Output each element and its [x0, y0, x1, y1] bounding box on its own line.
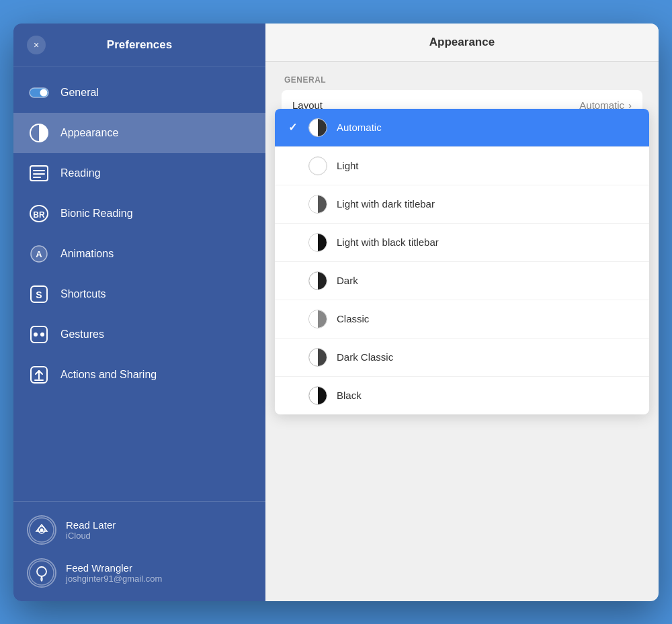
- appearance-icon: [27, 121, 51, 145]
- sidebar-item-label-animations: Animations: [60, 248, 114, 260]
- sidebar-item-label-shortcuts: Shortcuts: [60, 288, 106, 300]
- sidebar-item-actions-sharing[interactable]: Actions and Sharing: [13, 355, 265, 395]
- sidebar-item-label-reading: Reading: [60, 167, 101, 179]
- black-theme-icon: [308, 386, 327, 405]
- dropdown-label-automatic: Automatic: [337, 122, 382, 133]
- feed-wrangler-icon: [27, 558, 56, 588]
- svg-text:BR: BR: [33, 210, 45, 220]
- dropdown-item-classic[interactable]: Classic: [275, 300, 649, 339]
- layout-dropdown: ✓ Automatic Light: [275, 109, 649, 414]
- sidebar-item-shortcuts[interactable]: S Shortcuts: [13, 274, 265, 314]
- dropdown-item-automatic[interactable]: ✓ Automatic: [275, 109, 649, 147]
- animations-icon: A: [27, 242, 51, 266]
- svg-point-23: [28, 560, 55, 586]
- svg-rect-13: [31, 326, 47, 343]
- dropdown-label-light-black: Light with black titlebar: [337, 236, 439, 248]
- feed-wrangler-info: Feed Wrangler joshginter91@gmail.com: [66, 562, 162, 584]
- sidebar-header: × Preferences: [13, 24, 265, 67]
- sidebar-item-bionic-reading[interactable]: BR Bionic Reading: [13, 193, 265, 234]
- svg-point-15: [40, 332, 44, 337]
- read-later-name: Read Later: [66, 519, 116, 531]
- feed-wrangler-name: Feed Wrangler: [66, 562, 162, 574]
- sidebar-accounts: Read Later iCloud Feed Wrangler: [13, 501, 265, 601]
- dropdown-item-light-black-titlebar[interactable]: Light with black titlebar: [275, 224, 649, 262]
- dropdown-item-dark-classic[interactable]: Dark Classic: [275, 339, 649, 377]
- svg-text:A: A: [36, 249, 42, 259]
- sidebar-item-label-bionic: Bionic Reading: [60, 208, 133, 220]
- main-content: Appearance GENERAL Layout Automatic › ✓: [265, 24, 659, 601]
- sidebar-item-reading[interactable]: Reading: [13, 153, 265, 193]
- dropdown-label-light-dark: Light with dark titlebar: [337, 198, 435, 210]
- main-header: Appearance: [265, 24, 659, 62]
- close-button[interactable]: ×: [27, 36, 46, 54]
- feed-wrangler-sub: joshginter91@gmail.com: [66, 574, 162, 584]
- sidebar-item-gestures[interactable]: Gestures: [13, 314, 265, 355]
- sidebar-item-label-actions: Actions and Sharing: [60, 369, 157, 381]
- main-title: Appearance: [429, 36, 495, 48]
- sharing-icon: [27, 363, 51, 387]
- section-label: GENERAL: [282, 75, 642, 85]
- light-theme-icon: [308, 157, 327, 175]
- toggle-icon: [27, 81, 51, 105]
- sidebar-item-label-general: General: [60, 87, 99, 99]
- svg-point-14: [34, 332, 38, 337]
- account-read-later[interactable]: Read Later iCloud: [13, 508, 265, 551]
- main-body: GENERAL Layout Automatic › ✓ Automatic: [265, 62, 659, 601]
- dropdown-item-light[interactable]: Light: [275, 147, 649, 185]
- shortcuts-icon: S: [27, 282, 51, 306]
- classic-theme-icon: [308, 310, 327, 328]
- sidebar-item-appearance[interactable]: Appearance: [13, 113, 265, 153]
- read-later-icon: [27, 515, 56, 545]
- dropdown-item-light-dark-titlebar[interactable]: Light with dark titlebar: [275, 185, 649, 224]
- dropdown-label-black: Black: [337, 390, 362, 401]
- reading-icon: [27, 161, 51, 185]
- dropdown-label-dark: Dark: [337, 275, 358, 286]
- dark-classic-theme-icon: [308, 348, 327, 367]
- preferences-window: × Preferences General: [13, 24, 659, 601]
- checkmark-icon: ✓: [286, 121, 299, 134]
- sidebar-item-label-appearance: Appearance: [60, 127, 118, 139]
- svg-text:S: S: [36, 289, 42, 300]
- sidebar-item-label-gestures: Gestures: [60, 328, 104, 341]
- read-later-info: Read Later iCloud: [66, 519, 116, 541]
- sidebar-item-general[interactable]: General: [13, 73, 265, 113]
- sidebar-title: Preferences: [46, 38, 233, 52]
- dropdown-item-dark[interactable]: Dark: [275, 262, 649, 300]
- read-later-sub: iCloud: [66, 531, 116, 541]
- dropdown-item-black[interactable]: Black: [275, 377, 649, 414]
- nav-items: General Appearance: [13, 67, 265, 501]
- svg-point-22: [40, 528, 44, 531]
- automatic-theme-icon: [308, 118, 327, 137]
- account-feed-wrangler[interactable]: Feed Wrangler joshginter91@gmail.com: [13, 551, 265, 594]
- dropdown-label-classic: Classic: [337, 313, 369, 324]
- gestures-icon: [27, 322, 51, 347]
- sidebar-item-animations[interactable]: A Animations: [13, 234, 265, 274]
- light-dark-titlebar-theme-icon: [308, 195, 327, 214]
- br-icon: BR: [27, 202, 51, 226]
- dropdown-label-light: Light: [337, 160, 359, 171]
- dropdown-label-dark-classic: Dark Classic: [337, 351, 393, 363]
- dark-theme-icon: [308, 271, 327, 290]
- sidebar: × Preferences General: [13, 24, 265, 601]
- svg-point-1: [40, 89, 48, 96]
- svg-point-27: [309, 157, 327, 175]
- light-black-titlebar-theme-icon: [308, 233, 327, 252]
